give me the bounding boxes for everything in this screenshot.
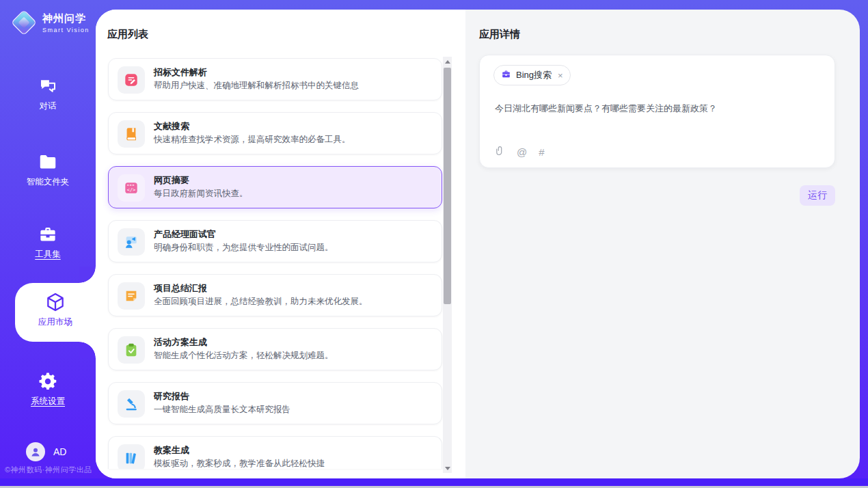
composer-toolbar: @# [495,145,545,159]
app-card-microscope[interactable]: 研究报告一键智能生成高质量长文本研究报告 [108,382,442,424]
copyright-footer: ©神州数码·神州问学出品 [0,465,96,475]
app-card-description: 一键智能生成高质量长文本研究报告 [154,404,290,416]
app-detail-title: 应用详情 [479,28,520,41]
brand-logo: 神州问学 Smart Vision [11,10,90,36]
avatar[interactable] [26,442,45,461]
app-card-note[interactable]: 项目总结汇报全面回顾项目进展，总结经验教训，助力未来优化发展。 [108,274,442,316]
svg-text:</>: </> [127,187,135,193]
app-card-interviewer[interactable]: 产品经理面试官明确身份和职责，为您提供专业性的面试问题。 [108,220,442,262]
sidebar-item-chat[interactable]: 对话 [0,76,96,112]
active-tab-fillet-bottom [79,342,96,358]
user-row[interactable]: AD [26,442,66,461]
app-window: 神州问学 Smart Vision 对话智能文件夹工具集应用市场系统设置 AD … [0,0,868,488]
app-card-title: 活动方案生成 [154,336,207,349]
scrollbar-thumb[interactable] [444,68,451,304]
sidebar-item-toolbox[interactable]: 工具集 [0,224,96,260]
toolbox-icon [0,224,96,245]
brand-subtitle: Smart Vision [42,27,90,33]
interviewer-icon [118,228,145,256]
sidebar-item-label: 应用市场 [38,316,72,328]
app-card-book[interactable]: 文献搜索快速精准查找学术资源，提高研究效率的必备工具。 [108,112,442,154]
app-list-pane: 应用列表 招标文件解析帮助用户快速、准确地理解和解析招标书中的关键信息文献搜索快… [96,10,465,478]
sidebar: 神州问学 Smart Vision 对话智能文件夹工具集应用市场系统设置 AD … [0,0,96,478]
tool-chip-close-icon[interactable]: × [558,70,563,81]
app-list-scrollbar[interactable] [443,57,452,473]
app-card-title: 产品经理面试官 [154,228,216,241]
app-card-list: 招标文件解析帮助用户快速、准确地理解和解析招标书中的关键信息文献搜索快速精准查找… [108,58,442,478]
tool-chip-bing-search[interactable]: Bing搜索 × [493,65,571,85]
document-pen-icon [118,66,145,94]
app-card-title: 项目总结汇报 [154,282,207,295]
prompt-input-card[interactable]: Bing搜索 × 今日湖北有哪些新闻要点？有哪些需要关注的最新政策？ @# [479,55,835,168]
chat-icon [0,76,96,96]
microscope-icon [118,390,145,418]
user-initials: AD [53,446,66,457]
brand-diamond-icon [11,10,37,36]
app-card-books[interactable]: 教案生成模板驱动，教案秒成，教学准备从此轻松快捷 [108,436,442,469]
clipboard-check-icon [118,336,145,364]
app-card-clipboard-check[interactable]: 活动方案生成智能生成个性化活动方案，轻松解决规划难题。 [108,328,442,370]
app-card-description: 快速精准查找学术资源，提高研究效率的必备工具。 [154,134,351,146]
app-card-webpage-code[interactable]: </>网页摘要每日政府新闻资讯快查。 [108,166,442,208]
app-card-description: 全面回顾项目进展，总结经验教训，助力未来优化发展。 [154,296,368,308]
query-input[interactable]: 今日湖北有哪些新闻要点？有哪些需要关注的最新政策？ [495,102,816,116]
app-card-description: 每日政府新闻资讯快查。 [154,188,248,200]
app-card-title: 招标文件解析 [154,66,207,79]
books-icon [118,444,145,469]
folder-icon [0,152,96,172]
app-card-title: 教案生成 [154,444,189,457]
app-card-description: 帮助用户快速、准确地理解和解析招标书中的关键信息 [154,80,359,92]
app-list-title: 应用列表 [107,28,148,41]
at-icon[interactable]: @ [517,146,527,158]
bottom-accent-bar [0,478,868,486]
briefcase-icon [501,69,511,82]
webpage-code-icon: </> [118,174,145,202]
sidebar-item-cube[interactable]: 应用市场 [15,283,96,342]
brand-name: 神州问学 [42,12,90,25]
cube-icon [15,292,96,312]
book-icon [118,120,145,148]
scrollbar-up-arrow-icon[interactable] [443,57,452,66]
paperclip-icon[interactable] [495,145,505,159]
hash-icon[interactable]: # [539,146,544,158]
sidebar-item-label: 工具集 [35,249,61,260]
app-card-description: 明确身份和职责，为您提供专业性的面试问题。 [154,242,334,254]
app-detail-pane: 应用详情 Bing搜索 × 今日湖北有哪些新闻要点？有哪些需要关注的最新政策？ … [465,10,860,478]
app-card-title: 文献搜索 [154,120,189,133]
sidebar-item-label: 系统设置 [31,396,65,407]
sidebar-item-folder[interactable]: 智能文件夹 [0,152,96,188]
gear-icon [0,371,96,392]
active-tab-fillet-top [79,267,96,283]
app-card-description: 模板驱动，教案秒成，教学准备从此轻松快捷 [154,458,325,469]
app-card-title: 网页摘要 [154,174,189,187]
tool-chip-label: Bing搜索 [516,69,552,81]
note-icon [118,282,145,310]
main-content: 应用列表 招标文件解析帮助用户快速、准确地理解和解析招标书中的关键信息文献搜索快… [96,10,860,478]
app-card-title: 研究报告 [154,390,189,403]
sidebar-item-label: 对话 [40,100,57,112]
sidebar-item-label: 智能文件夹 [27,176,70,188]
sidebar-item-gear[interactable]: 系统设置 [0,371,96,407]
app-card-document-pen[interactable]: 招标文件解析帮助用户快速、准确地理解和解析招标书中的关键信息 [108,58,442,100]
run-button[interactable]: 运行 [800,185,835,206]
app-card-description: 智能生成个性化活动方案，轻松解决规划难题。 [154,350,334,362]
scrollbar-down-arrow-icon[interactable] [443,463,452,473]
